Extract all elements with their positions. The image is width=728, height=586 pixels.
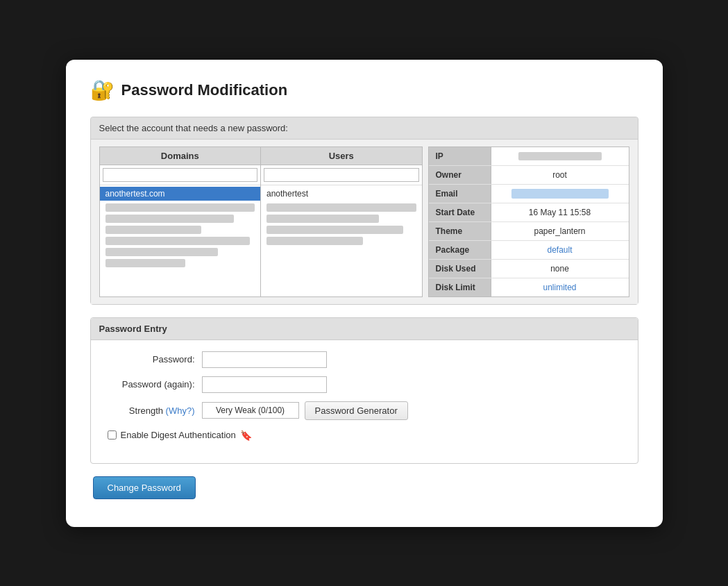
info-value-owner: root bbox=[491, 167, 629, 183]
domains-list: anothertest.com bbox=[100, 185, 261, 271]
info-label-ip: IP bbox=[429, 147, 491, 165]
info-value-email bbox=[491, 186, 629, 201]
info-label-package: Package bbox=[429, 241, 491, 259]
ip-blur-bar bbox=[518, 152, 602, 160]
users-header: Users bbox=[261, 147, 422, 165]
user-item-blurred-2 bbox=[266, 215, 379, 223]
info-panel: IP Owner root Email bbox=[428, 146, 629, 297]
info-row-package: Package default bbox=[429, 241, 629, 260]
info-row-owner: Owner root bbox=[429, 166, 629, 185]
password-section-header: Password Entry bbox=[91, 318, 638, 340]
domains-search-container bbox=[100, 165, 261, 185]
strength-text: Strength bbox=[129, 405, 166, 416]
page-header: 🔐 Password Modification bbox=[90, 81, 638, 100]
password-label: Password: bbox=[105, 354, 195, 365]
info-row-email: Email bbox=[429, 185, 629, 203]
strength-why-link[interactable]: (Why?) bbox=[166, 405, 195, 416]
info-label-email: Email bbox=[429, 185, 491, 203]
strength-label: Strength (Why?) bbox=[105, 405, 195, 416]
info-label-owner: Owner bbox=[429, 166, 491, 184]
change-password-button[interactable]: Change Password bbox=[93, 476, 196, 499]
info-row-diskused: Disk Used none bbox=[429, 260, 629, 278]
user-item-blurred-3 bbox=[266, 226, 403, 234]
digest-row: Enable Digest Authentication 🔖 bbox=[108, 430, 624, 441]
digest-label: Enable Digest Authentication bbox=[121, 430, 236, 440]
account-section: Select the account that needs a new pass… bbox=[90, 117, 638, 305]
domain-item-blurred-4 bbox=[105, 237, 250, 245]
users-list: anothertest bbox=[261, 185, 422, 269]
domain-item-blurred-5 bbox=[105, 248, 218, 256]
domain-item-blurred-6 bbox=[105, 259, 186, 267]
domain-item-blurred-2 bbox=[105, 215, 234, 223]
user-item-blurred-4 bbox=[266, 237, 363, 245]
password-again-input[interactable] bbox=[202, 376, 327, 393]
password-input[interactable] bbox=[202, 351, 327, 368]
info-label-theme: Theme bbox=[429, 222, 491, 240]
strength-display: Very Weak (0/100) bbox=[202, 402, 299, 419]
account-section-header: Select the account that needs a new pass… bbox=[91, 117, 638, 140]
page-title: Password Modification bbox=[121, 81, 288, 99]
info-label-startdate: Start Date bbox=[429, 203, 491, 221]
domain-item-blurred-3 bbox=[105, 226, 202, 234]
info-label-diskused: Disk Used bbox=[429, 260, 491, 278]
info-row-ip: IP bbox=[429, 147, 629, 166]
info-value-disklimit[interactable]: unlimited bbox=[491, 280, 629, 295]
info-value-theme: paper_lantern bbox=[491, 224, 629, 239]
domain-item-selected[interactable]: anothertest.com bbox=[100, 187, 261, 201]
user-item-blurred-1 bbox=[266, 203, 416, 212]
domains-search-input[interactable] bbox=[103, 168, 258, 182]
password-again-label: Password (again): bbox=[105, 379, 195, 390]
password-again-row: Password (again): bbox=[105, 376, 624, 393]
strength-row: Strength (Why?) Very Weak (0/100) Passwo… bbox=[105, 401, 624, 420]
password-section-body: Password: Password (again): Strength (Wh… bbox=[91, 340, 638, 463]
info-value-ip bbox=[491, 149, 629, 163]
password-section: Password Entry Password: Password (again… bbox=[90, 317, 638, 464]
account-section-body: Domains anothertest.com bbox=[91, 140, 638, 304]
domains-panel: Domains anothertest.com bbox=[99, 146, 262, 297]
password-row: Password: bbox=[105, 351, 624, 368]
info-row-theme: Theme paper_lantern bbox=[429, 222, 629, 241]
info-label-disklimit: Disk Limit bbox=[429, 278, 491, 296]
page-icon: 🔐 bbox=[90, 81, 115, 100]
users-search-input[interactable] bbox=[264, 168, 419, 182]
domain-item-blurred-1 bbox=[105, 203, 255, 212]
account-grid: Domains anothertest.com bbox=[99, 146, 629, 297]
users-search-container bbox=[261, 165, 422, 185]
info-value-package[interactable]: default bbox=[491, 242, 629, 258]
users-panel: Users anothertest bbox=[261, 146, 423, 297]
info-value-startdate: 16 May 11 15:58 bbox=[491, 205, 629, 220]
password-generator-button[interactable]: Password Generator bbox=[305, 401, 408, 420]
email-blur-bar bbox=[511, 189, 609, 199]
main-window: 🔐 Password Modification Select the accou… bbox=[66, 60, 663, 527]
info-row-disklimit: Disk Limit unlimited bbox=[429, 278, 629, 296]
info-value-diskused: none bbox=[491, 261, 629, 276]
user-item-anothertest[interactable]: anothertest bbox=[261, 187, 422, 201]
account-left: Domains anothertest.com bbox=[99, 146, 423, 297]
digest-checkbox[interactable] bbox=[108, 430, 117, 440]
digest-info-icon: 🔖 bbox=[240, 430, 252, 441]
info-row-startdate: Start Date 16 May 11 15:58 bbox=[429, 203, 629, 222]
domains-header: Domains bbox=[100, 147, 261, 165]
